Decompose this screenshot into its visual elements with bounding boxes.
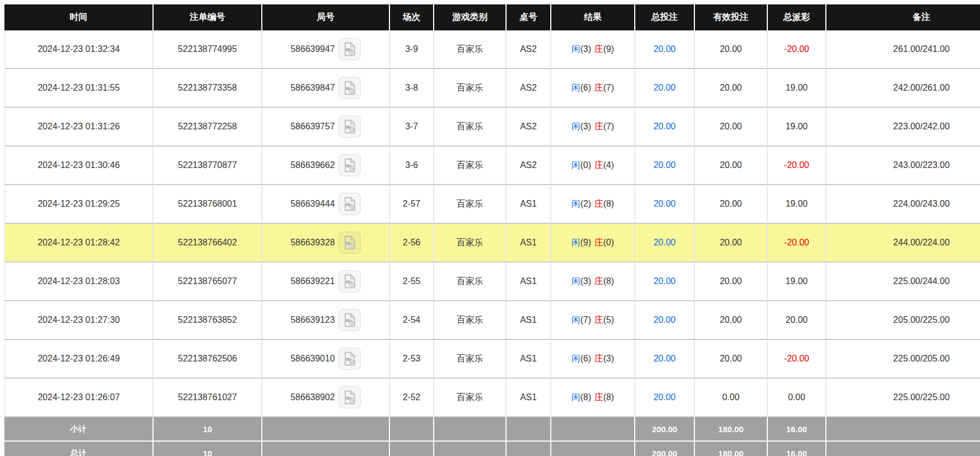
result-cell: 闲(3)庄(7) [551,108,635,146]
video-replay-button[interactable] [339,270,361,292]
result-cell: 闲(3)庄(9) [551,30,635,69]
video-replay-button[interactable] [339,77,361,99]
payout-cell: -20.00 [768,340,826,379]
table-footer: 小计 10 200.00 180.00 16.00 总计 10 [4,417,980,456]
player-label: 闲 [571,315,580,324]
session-cell: 2-55 [390,263,434,301]
table-no-cell: AS1 [507,224,551,263]
table-body: 2024-12-23 01:32:34 522138774995 5866399… [4,30,980,417]
banker-score: (7) [603,122,614,131]
round-id: 586639662 [291,160,335,170]
table-row: 2024-12-23 01:26:49 522138762506 5866390… [4,340,980,379]
video-replay-button[interactable] [339,154,361,176]
remark-cell: 225.00/205.00 [826,340,980,379]
video-replay-button[interactable] [339,348,361,370]
session-cell: 2-56 [390,224,434,263]
table-no-cell: AS2 [507,30,551,69]
time-cell: 2024-12-23 01:31:55 [4,69,154,108]
subtotal-empty-cell [390,417,434,442]
total-empty-cell [507,442,551,456]
column-header-time: 时间 [4,4,154,30]
player-label: 闲 [571,276,580,286]
time-cell: 2024-12-23 01:31:26 [4,108,154,146]
payout-cell: -20.00 [768,30,826,69]
bet-records-table: 时间 注单编号 局号 场次 游戏类别 桌号 结果 总投注 有效投注 总派彩 备注… [4,4,980,456]
banker-label: 庄 [594,392,603,402]
table-no-cell: AS1 [507,379,551,417]
column-header-game-type: 游戏类别 [434,4,507,30]
total-bet-cell: 20.00 [635,146,695,185]
valid-bet-cell: 0.00 [695,379,768,417]
subtotal-label: 小计 [4,417,154,442]
payout-cell: 20.00 [768,301,826,340]
table-no-cell: AS2 [507,146,551,185]
total-bet-cell: 20.00 [635,340,695,379]
column-header-bet-id: 注单编号 [154,4,262,30]
payout-cell: 19.00 [768,108,826,146]
remark-cell: 225.00/244.00 [826,263,980,301]
table-row: 2024-12-23 01:26:07 522138761027 5866389… [4,379,980,417]
bet-id-cell: 522138762506 [154,340,262,379]
game-type-cell: 百家乐 [434,224,507,263]
total-bet-cell: 20.00 [635,379,695,417]
bet-records-page: 时间 注单编号 局号 场次 游戏类别 桌号 结果 总投注 有效投注 总派彩 备注… [0,0,980,456]
banker-score: (0) [603,238,614,247]
session-cell: 2-53 [390,340,434,379]
player-score: (9) [580,238,591,247]
player-score: (8) [580,392,591,402]
video-replay-button[interactable] [339,116,361,138]
game-type-cell: 百家乐 [434,108,507,146]
video-file-icon [341,80,358,96]
video-replay-button[interactable] [339,232,361,254]
table-row: 2024-12-23 01:31:55 522138773358 5866398… [4,69,980,108]
table-row: 2024-12-23 01:30:46 522138770877 5866396… [4,146,980,185]
table-no-cell: AS1 [507,263,551,301]
table-row: 2024-12-23 01:29:25 522138768001 5866394… [4,185,980,224]
valid-bet-cell: 20.00 [695,263,768,301]
round-cell: 586639947 [262,30,390,69]
bet-id-cell: 522138761027 [154,379,262,417]
video-replay-button[interactable] [339,193,361,215]
time-cell: 2024-12-23 01:32:34 [4,30,154,69]
video-file-icon [341,234,358,251]
banker-score: (8) [603,199,614,208]
bet-id-cell: 522138772258 [154,108,262,146]
round-cell: 586639221 [262,263,390,301]
round-cell: 586639010 [262,340,390,379]
player-label: 闲 [571,44,580,54]
session-cell: 2-54 [390,301,434,340]
payout-cell: 19.00 [768,69,826,108]
video-file-icon [341,312,358,328]
result-cell: 闲(3)庄(8) [551,263,635,301]
banker-score: (9) [603,44,614,54]
session-cell: 3-6 [390,146,434,185]
total-bet-cell: 20.00 [635,108,695,146]
bet-id-cell: 522138766402 [154,224,262,263]
total-bet-cell: 20.00 [635,69,695,108]
game-type-cell: 百家乐 [434,263,507,301]
video-file-icon [341,157,358,174]
result-cell: 闲(0)庄(4) [551,146,635,185]
banker-label: 庄 [594,44,603,54]
session-cell: 2-52 [390,379,434,417]
time-cell: 2024-12-23 01:28:03 [4,263,154,301]
bet-id-cell: 522138768001 [154,185,262,224]
banker-score: (8) [603,276,614,286]
total-row: 总计 10 200.00 180.00 16.00 [4,442,980,456]
time-cell: 2024-12-23 01:27:30 [4,301,154,340]
player-label: 闲 [571,83,580,92]
total-bet-cell: 20.00 [635,263,695,301]
video-replay-button[interactable] [339,38,361,60]
table-header: 时间 注单编号 局号 场次 游戏类别 桌号 结果 总投注 有效投注 总派彩 备注 [4,4,980,30]
table-row: 2024-12-23 01:27:30 522138763852 5866391… [4,301,980,340]
round-cell: 586639123 [262,301,390,340]
banker-label: 庄 [594,315,603,324]
round-cell: 586638902 [262,379,390,417]
banker-label: 庄 [594,83,603,92]
round-cell: 586639662 [262,146,390,185]
valid-bet-cell: 20.00 [695,301,768,340]
time-cell: 2024-12-23 01:26:49 [4,340,154,379]
banker-label: 庄 [594,122,603,131]
video-replay-button[interactable] [339,309,361,331]
video-replay-button[interactable] [339,386,361,408]
